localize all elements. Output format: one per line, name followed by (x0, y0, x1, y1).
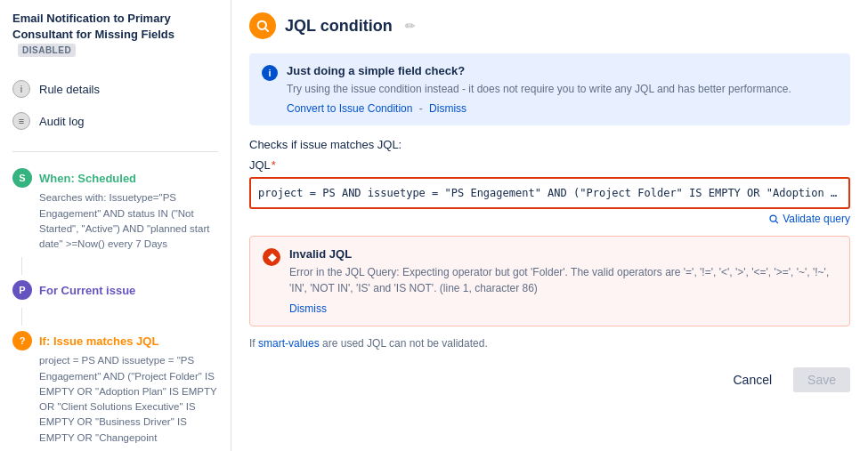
panel-header: JQL condition ✏ (249, 12, 850, 39)
smart-values-note: If smart-values are used JQL can not be … (249, 337, 850, 350)
info-icon: i (12, 80, 30, 98)
panel-footer: Cancel Save (249, 367, 850, 392)
validate-query-label: Validate query (783, 213, 850, 225)
jql-label: JQL* (249, 158, 850, 172)
error-box-title: Invalid JQL (289, 247, 837, 261)
dismiss-info-link[interactable]: Dismiss (429, 102, 466, 115)
step-scheduled[interactable]: S When: Scheduled Searches with: Issuety… (0, 163, 231, 257)
edit-icon[interactable]: ✏ (405, 19, 416, 33)
step-label-scheduled: When: Scheduled (39, 172, 136, 185)
smart-values-link[interactable]: smart-values (258, 337, 320, 350)
svg-line-3 (775, 221, 777, 222)
rule-details-label: Rule details (39, 83, 100, 96)
step-icon-jql: ? (12, 331, 32, 350)
error-box-desc: Error in the JQL Query: Expecting operat… (289, 264, 837, 296)
info-box: i Just doing a simple field check? Try u… (249, 53, 850, 125)
error-dismiss-link[interactable]: Dismiss (289, 302, 327, 315)
sidebar: Email Notification to Primary Consultant… (0, 0, 231, 451)
save-button[interactable]: Save (793, 367, 850, 392)
validate-query-link[interactable]: Validate query (768, 213, 850, 225)
jql-input-text[interactable]: project = PS AND issuetype = "PS Engagem… (258, 187, 841, 199)
step-header-jql: ? If: Issue matches JQL (12, 331, 218, 350)
step-header-scheduled: S When: Scheduled (12, 168, 218, 188)
info-box-content: Just doing a simple field check? Try usi… (287, 64, 838, 115)
error-box-icon: ◆ (263, 248, 280, 266)
step-desc-jql: project = PS AND issuetype = "PS Engagem… (12, 353, 218, 446)
required-star: * (272, 158, 276, 172)
panel-search-icon (249, 12, 276, 39)
error-box-content: Invalid JQL Error in the JQL Query: Expe… (289, 247, 837, 315)
convert-to-issue-link[interactable]: Convert to Issue Condition (287, 102, 412, 115)
step-issue-matches-jql[interactable]: ? If: Issue matches JQL project = PS AND… (0, 326, 231, 451)
step-current-issue[interactable]: P For Current issue (0, 275, 231, 308)
step-icon-current-issue: P (12, 280, 32, 300)
step-label-jql: If: Issue matches JQL (39, 334, 158, 348)
info-box-links: Convert to Issue Condition - Dismiss (287, 102, 838, 115)
info-box-title: Just doing a simple field check? (287, 64, 838, 77)
step-desc-scheduled: Searches with: Issuetype="PS Engagement"… (12, 190, 218, 252)
workflow-section: S When: Scheduled Searches with: Issuety… (0, 159, 231, 451)
jql-input-wrapper[interactable]: project = PS AND issuetype = "PS Engagem… (249, 177, 850, 209)
sidebar-item-audit-log[interactable]: ≡ Audit log (0, 105, 231, 137)
step-icon-scheduled: S (12, 168, 32, 188)
sidebar-nav: i Rule details ≡ Audit log (0, 66, 231, 144)
info-box-desc: Try using the issue condition instead - … (287, 81, 838, 97)
sidebar-divider (12, 151, 218, 152)
error-box: ◆ Invalid JQL Error in the JQL Query: Ex… (249, 236, 850, 326)
disabled-badge: DISABLED (18, 44, 76, 57)
panel-title: JQL condition (285, 17, 393, 36)
checks-label: Checks if issue matches JQL: (249, 138, 850, 151)
link-separator: - (419, 102, 423, 115)
sidebar-item-rule-details[interactable]: i Rule details (0, 73, 231, 105)
doc-icon: ≡ (12, 112, 30, 130)
info-box-icon: i (262, 65, 278, 81)
cancel-button[interactable]: Cancel (718, 367, 786, 392)
step-header-current-issue: P For Current issue (12, 280, 218, 300)
step-connector-1 (21, 257, 22, 275)
step-label-current-issue: For Current issue (39, 284, 135, 297)
sidebar-header: Email Notification to Primary Consultant… (0, 0, 231, 66)
sidebar-title: Email Notification to Primary Consultant… (12, 12, 174, 41)
step-connector-2 (21, 308, 22, 326)
jql-form-section: JQL* project = PS AND issuetype = "PS En… (249, 158, 850, 225)
audit-log-label: Audit log (39, 115, 85, 128)
svg-line-1 (265, 28, 268, 31)
main-panel: JQL condition ✏ i Just doing a simple fi… (231, 0, 868, 451)
